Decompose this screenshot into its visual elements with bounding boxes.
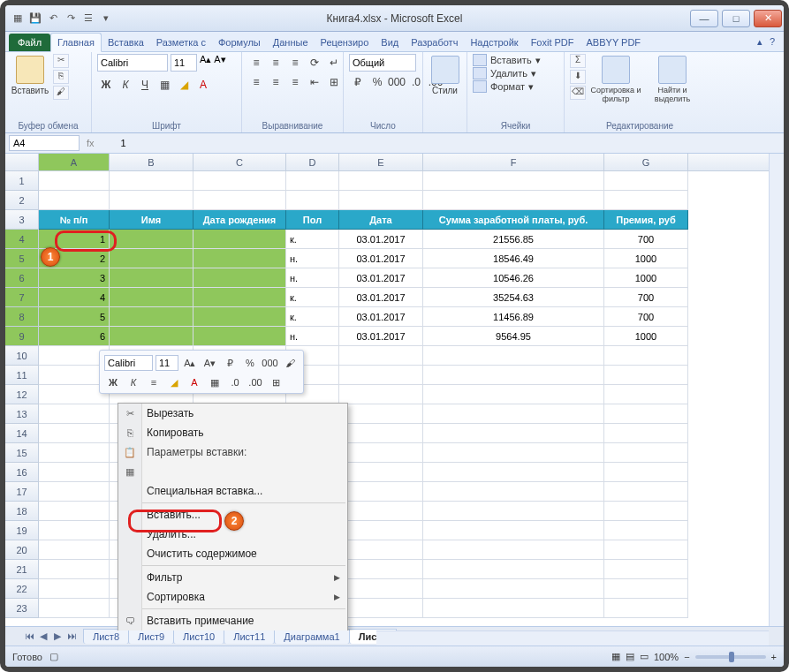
- cell[interactable]: [339, 443, 423, 463]
- row-header-9[interactable]: 9: [5, 327, 39, 346]
- mini-italic-button[interactable]: К: [125, 374, 142, 391]
- format-cells-button[interactable]: Формат ▾: [473, 80, 534, 93]
- cell[interactable]: Дата рождения: [193, 210, 286, 230]
- cell[interactable]: [193, 327, 286, 346]
- mini-percent-icon[interactable]: %: [241, 354, 259, 372]
- cell[interactable]: [604, 463, 688, 482]
- cell[interactable]: 03.01.2017: [339, 288, 423, 307]
- number-format-select[interactable]: [349, 54, 416, 72]
- cut-icon[interactable]: ✂: [53, 54, 69, 68]
- row-header-19[interactable]: 19: [5, 521, 39, 540]
- column-header-E[interactable]: E: [339, 154, 423, 170]
- cell[interactable]: [423, 191, 604, 210]
- cell[interactable]: [339, 191, 423, 210]
- mini-dec-decimal-icon[interactable]: .00: [247, 374, 264, 391]
- cell[interactable]: [110, 249, 193, 268]
- bold-button[interactable]: Ж: [97, 76, 115, 94]
- tab-developer[interactable]: Разработч: [405, 34, 464, 51]
- cell[interactable]: [39, 502, 110, 521]
- autosum-icon[interactable]: Σ: [570, 54, 586, 68]
- cell[interactable]: 03.01.2017: [339, 307, 423, 327]
- cell[interactable]: Пол: [286, 210, 339, 230]
- help-icon[interactable]: ?: [770, 36, 775, 48]
- mini-border-icon[interactable]: ▦: [206, 374, 224, 391]
- cell[interactable]: [339, 482, 423, 502]
- qat-icon[interactable]: ☰: [81, 11, 95, 26]
- row-header-21[interactable]: 21: [5, 560, 39, 579]
- sheet-tab[interactable]: Лист10: [173, 629, 224, 644]
- qat-dropdown-icon[interactable]: ▾: [99, 11, 113, 26]
- zoom-out-button[interactable]: −: [684, 652, 689, 662]
- worksheet-grid[interactable]: ABCDEFG 12345678910111213141516171819202…: [5, 154, 784, 630]
- cell[interactable]: [39, 424, 110, 443]
- mini-bold-button[interactable]: Ж: [104, 374, 122, 391]
- sheet-tab[interactable]: Диаграмма1: [274, 629, 349, 644]
- cell[interactable]: [604, 443, 688, 463]
- find-select-button[interactable]: Найти и выделить: [646, 54, 699, 103]
- cell[interactable]: 700: [604, 288, 688, 307]
- cell[interactable]: [604, 366, 688, 385]
- menu-paste-option-values[interactable]: ▦: [118, 462, 347, 481]
- cell[interactable]: [39, 560, 110, 579]
- cell[interactable]: [110, 230, 193, 249]
- cell[interactable]: [423, 540, 604, 560]
- cell[interactable]: 1000: [604, 268, 688, 288]
- row-header-20[interactable]: 20: [5, 540, 39, 560]
- mini-font-color-icon[interactable]: A: [186, 374, 203, 391]
- border-button[interactable]: ▦: [156, 76, 173, 94]
- column-header-G[interactable]: G: [604, 154, 688, 170]
- cell[interactable]: [193, 191, 286, 210]
- font-color-button[interactable]: A: [194, 76, 212, 94]
- cell[interactable]: [339, 463, 423, 482]
- cell[interactable]: [423, 599, 604, 618]
- insert-cells-button[interactable]: Вставить ▾: [473, 54, 541, 66]
- paste-button[interactable]: Вставить: [11, 54, 49, 95]
- menu-sort[interactable]: Сортировка▶: [118, 587, 347, 607]
- column-header-D[interactable]: D: [286, 154, 339, 170]
- close-button[interactable]: ✕: [754, 10, 782, 27]
- percent-icon[interactable]: %: [368, 73, 386, 91]
- tab-foxit[interactable]: Foxit PDF: [525, 34, 580, 51]
- cell[interactable]: н.: [286, 249, 339, 268]
- menu-paste-special[interactable]: Специальная вставка...: [118, 481, 347, 501]
- cell[interactable]: [604, 540, 688, 560]
- cell[interactable]: 18546.49: [423, 249, 604, 268]
- cell[interactable]: [423, 579, 604, 599]
- tab-review[interactable]: Рецензиро: [315, 34, 376, 51]
- view-layout-icon[interactable]: ▤: [626, 651, 634, 662]
- tab-insert[interactable]: Вставка: [102, 34, 150, 51]
- font-size-input[interactable]: [171, 54, 197, 72]
- row-header-18[interactable]: 18: [5, 502, 39, 521]
- row-header-14[interactable]: 14: [5, 424, 39, 443]
- cell[interactable]: [286, 191, 339, 210]
- cell[interactable]: к.: [286, 288, 339, 307]
- cell[interactable]: 03.01.2017: [339, 230, 423, 249]
- sheet-tab[interactable]: Лист11: [224, 629, 275, 644]
- styles-button[interactable]: Стили: [429, 54, 461, 95]
- cell[interactable]: 1000: [604, 327, 688, 346]
- font-name-input[interactable]: [97, 54, 168, 72]
- cell[interactable]: [110, 268, 193, 288]
- select-all-corner[interactable]: [5, 154, 39, 170]
- row-header-23[interactable]: 23: [5, 599, 39, 618]
- cell[interactable]: [423, 560, 604, 579]
- cell[interactable]: [39, 191, 110, 210]
- zoom-in-button[interactable]: +: [771, 652, 777, 662]
- cell[interactable]: н.: [286, 268, 339, 288]
- cell[interactable]: [193, 268, 286, 288]
- view-pagebreak-icon[interactable]: ▭: [640, 651, 649, 662]
- sort-filter-button[interactable]: Сортировка и фильтр: [589, 54, 642, 103]
- cell[interactable]: [423, 443, 604, 463]
- cell[interactable]: 03.01.2017: [339, 268, 423, 288]
- cell[interactable]: [339, 579, 423, 599]
- cell[interactable]: [423, 404, 604, 424]
- mini-comma-icon[interactable]: 000: [262, 354, 279, 372]
- cell[interactable]: 6: [39, 327, 110, 346]
- row-header-16[interactable]: 16: [5, 463, 39, 482]
- row-header-15[interactable]: 15: [5, 443, 39, 463]
- cell[interactable]: [193, 288, 286, 307]
- vertical-scrollbar[interactable]: [769, 154, 784, 630]
- cell[interactable]: [339, 502, 423, 521]
- inc-decimal-icon[interactable]: .0: [407, 73, 425, 91]
- cell[interactable]: [39, 171, 110, 191]
